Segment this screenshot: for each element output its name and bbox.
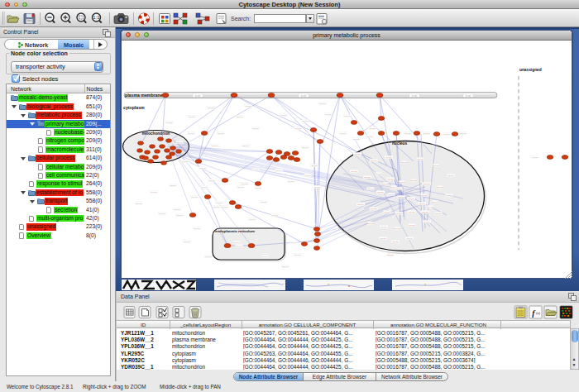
svg-text:[xx xx]: [xx xx] (433, 165, 439, 167)
svg-text:[xx xx]: [xx xx] (276, 170, 282, 172)
svg-text:1:1: 1:1 (93, 15, 100, 20)
svg-text:[xx xx]: [xx xx] (419, 203, 425, 205)
svg-text:[xx xx]: [xx xx] (262, 256, 268, 258)
svg-text:[xx xx]: [xx xx] (448, 174, 454, 177)
svg-text:[xx xx]: [xx xx] (189, 116, 195, 118)
svg-text:[xx xx]: [xx xx] (381, 226, 387, 228)
svg-text:[xx xx]: [xx xx] (295, 127, 301, 130)
svg-text:[xx xx]: [xx xx] (421, 194, 427, 197)
svg-text:[x xx]: [x xx] (301, 94, 307, 98)
svg-text:[xx xx]: [xx xx] (261, 201, 267, 203)
svg-text:[xx xx]: [xx xx] (354, 138, 360, 141)
svg-text:[xx xx]: [xx xx] (238, 186, 244, 189)
svg-text:[xx xx]: [xx xx] (358, 203, 364, 206)
svg-text:[xx xx]: [xx xx] (320, 103, 326, 105)
svg-text:[xx xx]: [xx xx] (213, 145, 218, 147)
svg-text:[x xx]: [x xx] (195, 94, 201, 98)
svg-text:[xx xx]: [xx xx] (400, 181, 405, 184)
svg-text:[xx xx]: [xx xx] (409, 198, 414, 200)
svg-text:[xx xx]: [xx xx] (444, 133, 450, 136)
svg-text:[xx xx]: [xx xx] (436, 213, 442, 215)
svg-text:nucleus: nucleus (392, 141, 407, 146)
svg-text:[xx xx]: [xx xx] (312, 165, 318, 167)
svg-text:[xx xx]: [xx xx] (151, 191, 157, 194)
svg-text:[xx xx]: [xx xx] (409, 211, 415, 213)
svg-text:[x xx]: [x xx] (412, 94, 418, 98)
svg-text:[xx xx]: [xx xx] (371, 160, 377, 162)
svg-text:[xx xx]: [xx xx] (253, 169, 259, 171)
svg-text:cytoplasm: cytoplasm (123, 105, 145, 110)
svg-text:[xx xx]: [xx xx] (214, 206, 220, 208)
svg-text:[xx xx]: [xx xx] (368, 188, 374, 190)
svg-text:[xx xx]: [xx xx] (183, 160, 189, 163)
svg-text:(x): (x) (536, 311, 540, 315)
svg-text:[xx xx]: [xx xx] (402, 161, 408, 164)
svg-text:[xx xx]: [xx xx] (237, 116, 243, 118)
svg-text:[xx xx]: [xx xx] (393, 241, 399, 243)
svg-text:[xx xx]: [xx xx] (194, 227, 200, 230)
svg-text:[xx xx]: [xx xx] (295, 254, 301, 256)
svg-text:[xx xx]: [xx xx] (177, 214, 183, 217)
svg-text:[xx xx]: [xx xx] (281, 114, 287, 117)
svg-text:[xx xx]: [xx xx] (223, 206, 228, 208)
svg-text:[xx xx]: [xx xx] (242, 183, 248, 185)
svg-text:[xx xx]: [xx xx] (206, 256, 212, 258)
svg-text:[xx xx]: [xx xx] (385, 211, 390, 213)
svg-text:[xx xx]: [xx xx] (160, 213, 165, 215)
svg-text:[xx xx]: [xx xx] (315, 186, 321, 189)
svg-text:[xx xx]: [xx xx] (177, 141, 183, 144)
svg-text:[xx xx]: [xx xx] (433, 201, 438, 203)
svg-text:[xx xx]: [xx xx] (370, 127, 376, 130)
svg-text:[xx xx]: [xx xx] (256, 187, 261, 189)
svg-text:[xx xx]: [xx xx] (250, 218, 256, 221)
svg-text:[xx xx]: [xx xx] (209, 179, 215, 182)
svg-text:[xx xx]: [xx xx] (428, 206, 433, 208)
svg-text:unassigned: unassigned (519, 68, 542, 72)
svg-text:[xx xx]: [xx xx] (407, 237, 413, 240)
svg-text:[xx xx]: [xx xx] (424, 221, 430, 223)
svg-text:[xx xx]: [xx xx] (383, 183, 389, 185)
svg-text:[xx xx]: [xx xx] (345, 115, 351, 117)
svg-text:[xx xx]: [xx xx] (289, 180, 294, 183)
svg-text:[xx xx]: [xx xx] (291, 241, 297, 244)
svg-text:[xx xx]: [xx xx] (208, 107, 214, 109)
svg-text:[xx xx]: [xx xx] (396, 188, 402, 190)
svg-text:[xx xx]: [xx xx] (175, 208, 180, 211)
svg-text:[xx xx]: [xx xx] (192, 196, 198, 198)
svg-text:[xx xx]: [xx xx] (189, 132, 194, 135)
svg-text:[xx xx]: [xx xx] (305, 174, 311, 177)
svg-text:[xx xx]: [xx xx] (388, 178, 394, 180)
svg-text:[xx xx]: [xx xx] (326, 113, 332, 116)
svg-text:[xx xx]: [xx xx] (447, 194, 452, 197)
svg-text:plasma membrane: plasma membrane (125, 93, 163, 98)
svg-text:[xx xx]: [xx xx] (217, 202, 223, 204)
svg-text:[xx xx]: [xx xx] (167, 122, 173, 124)
svg-text:[xx xx]: [xx xx] (424, 183, 430, 185)
svg-text:[xx xx]: [xx xx] (367, 136, 373, 138)
svg-text:[xx xx]: [xx xx] (533, 156, 538, 159)
svg-text:[xx xx]: [xx xx] (283, 265, 289, 268)
svg-text:[xx xx]: [xx xx] (341, 132, 347, 135)
svg-text:[xx xx]: [xx xx] (352, 170, 357, 173)
svg-text:[xx xx]: [xx xx] (386, 156, 392, 159)
svg-text:[xx xx]: [xx xx] (388, 254, 394, 256)
svg-text:[xx xx]: [xx xx] (246, 105, 251, 108)
svg-text:[xx xx]: [xx xx] (303, 146, 309, 149)
svg-text:[xx xx]: [xx xx] (136, 203, 142, 205)
svg-text:[xx xx]: [xx xx] (424, 132, 430, 135)
svg-text:[xx xx]: [xx xx] (202, 186, 208, 189)
svg-text:[xx xx]: [xx xx] (218, 132, 224, 135)
svg-text:[xx xx]: [xx xx] (438, 186, 443, 189)
svg-text:[xx xx]: [xx xx] (405, 132, 411, 135)
svg-text:[xx xx]: [xx xx] (395, 227, 400, 230)
svg-text:[xx xx]: [xx xx] (423, 211, 428, 213)
svg-text:[xx xx]: [xx xx] (200, 167, 206, 170)
svg-text:[xx xx]: [xx xx] (376, 173, 382, 175)
svg-text:[xx xx]: [xx xx] (184, 241, 190, 243)
svg-text:[xx xx]: [xx xx] (355, 153, 361, 155)
svg-text:[xx xx]: [xx xx] (243, 145, 249, 147)
svg-text:[xx xx]: [xx xx] (418, 158, 423, 160)
svg-text:[xx xx]: [xx xx] (272, 214, 278, 217)
svg-text:[xx xx]: [xx xx] (380, 237, 386, 240)
svg-text:[xx xx]: [xx xx] (411, 179, 417, 182)
